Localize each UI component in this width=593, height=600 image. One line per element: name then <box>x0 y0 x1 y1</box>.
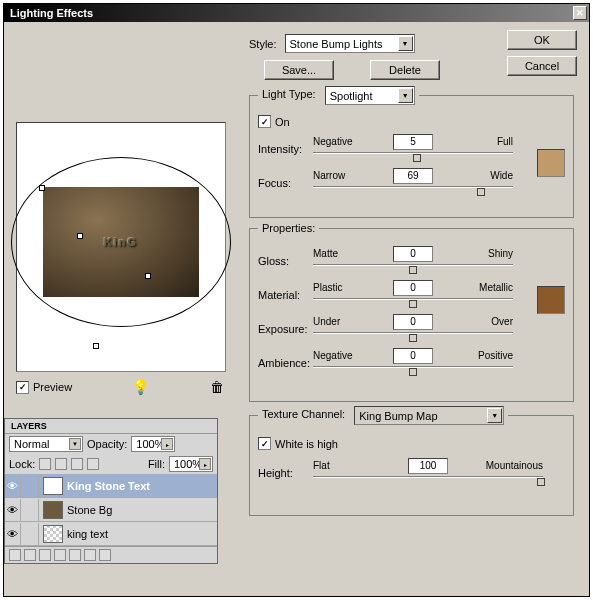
chevron-right-icon: ▸ <box>199 458 211 470</box>
delete-button[interactable]: Delete <box>370 60 440 80</box>
focus-slider[interactable]: Narrow 69 Wide <box>313 170 513 196</box>
material-value[interactable]: 0 <box>393 280 433 296</box>
link-cell[interactable] <box>23 499 39 521</box>
layer-item[interactable]: 👁Stone Bg <box>5 498 217 522</box>
light-type-label: Light Type: <box>262 88 316 100</box>
visibility-icon[interactable]: 👁 <box>5 523 21 545</box>
material-label: Material: <box>258 289 313 301</box>
preview-text: KinG <box>104 236 138 248</box>
lock-transparency-icon[interactable] <box>39 458 51 470</box>
chevron-right-icon: ▸ <box>161 438 173 450</box>
slider-thumb[interactable] <box>477 188 485 196</box>
fill-input[interactable]: 100%▸ <box>169 456 213 472</box>
intensity-right: Full <box>497 136 513 147</box>
texture-channel-group: Texture Channel: King Bump Map ▼ ✓ White… <box>249 406 574 516</box>
trash-icon[interactable]: 🗑 <box>208 378 226 396</box>
visibility-icon[interactable]: 👁 <box>5 499 21 521</box>
intensity-slider[interactable]: Negative 5 Full <box>313 136 513 162</box>
light-type-group: Light Type: Spotlight ▼ ✓ On Intensity: … <box>249 86 574 218</box>
lightbulb-icon[interactable]: 💡 <box>131 378 149 396</box>
title-bar: Lighting Effects ✕ <box>4 4 589 22</box>
delete-layer-icon[interactable] <box>99 549 111 561</box>
texture-channel-label: Texture Channel: <box>262 408 345 420</box>
texture-channel-value: King Bump Map <box>359 410 437 422</box>
exposure-label: Exposure: <box>258 323 313 335</box>
adjustment-icon[interactable] <box>54 549 66 561</box>
mask-icon[interactable] <box>39 549 51 561</box>
slider-thumb[interactable] <box>413 154 421 162</box>
properties-group: Properties: Gloss: Matte 0 Shiny Materia… <box>249 222 574 402</box>
ok-button[interactable]: OK <box>507 30 577 50</box>
light-type-value: Spotlight <box>330 90 373 102</box>
slider-thumb[interactable] <box>409 266 417 274</box>
link-cell[interactable] <box>23 523 39 545</box>
exposure-slider[interactable]: Under 0 Over <box>313 316 513 342</box>
on-checkbox[interactable]: ✓ On <box>258 115 290 128</box>
chevron-down-icon: ▼ <box>398 88 413 103</box>
preview-label: Preview <box>33 381 72 393</box>
layer-thumbnail <box>43 477 63 495</box>
group-icon[interactable] <box>69 549 81 561</box>
lock-paint-icon[interactable] <box>55 458 67 470</box>
gloss-slider[interactable]: Matte 0 Shiny <box>313 248 513 274</box>
texture-channel-select[interactable]: King Bump Map ▼ <box>354 406 504 425</box>
light-center-handle[interactable] <box>145 273 151 279</box>
light-handle[interactable] <box>77 233 83 239</box>
slider-thumb[interactable] <box>409 334 417 342</box>
intensity-value[interactable]: 5 <box>393 134 433 150</box>
height-value[interactable]: 100 <box>408 458 448 474</box>
style-select[interactable]: Stone Bump Lights ▼ <box>285 34 415 53</box>
preview-checkbox[interactable]: ✓ Preview <box>16 381 72 394</box>
style-value: Stone Bump Lights <box>290 38 383 50</box>
blend-mode-select[interactable]: Normal▼ <box>9 436 83 452</box>
light-type-select[interactable]: Spotlight ▼ <box>325 86 415 105</box>
ambience-value[interactable]: 0 <box>393 348 433 364</box>
visibility-icon[interactable]: 👁 <box>5 475 21 497</box>
layer-item[interactable]: 👁king text <box>5 522 217 546</box>
layers-panel: LAYERS Normal▼ Opacity: 100%▸ Lock: Fill… <box>4 418 218 564</box>
on-label: On <box>275 116 290 128</box>
intensity-label: Intensity: <box>258 143 313 155</box>
light-handle[interactable] <box>93 343 99 349</box>
gloss-value[interactable]: 0 <box>393 246 433 262</box>
lock-move-icon[interactable] <box>71 458 83 470</box>
style-label: Style: <box>249 38 277 50</box>
chevron-down-icon: ▼ <box>398 36 413 51</box>
intensity-left: Negative <box>313 136 352 147</box>
white-is-high-checkbox[interactable]: ✓ White is high <box>258 437 338 450</box>
checkbox-icon: ✓ <box>258 115 271 128</box>
slider-thumb[interactable] <box>409 368 417 376</box>
exposure-value[interactable]: 0 <box>393 314 433 330</box>
layer-name: King Stone Text <box>67 480 150 492</box>
fill-label: Fill: <box>148 458 165 470</box>
close-button[interactable]: ✕ <box>573 6 587 20</box>
ambience-color-swatch[interactable] <box>537 286 565 314</box>
layer-item[interactable]: 👁King Stone Text <box>5 474 217 498</box>
ambience-slider[interactable]: Negative 0 Positive <box>313 350 513 376</box>
layer-thumbnail <box>43 501 63 519</box>
material-slider[interactable]: Plastic 0 Metallic <box>313 282 513 308</box>
slider-thumb[interactable] <box>537 478 545 486</box>
link-layers-icon[interactable] <box>9 549 21 561</box>
layers-tab[interactable]: LAYERS <box>5 419 217 434</box>
light-color-swatch[interactable] <box>537 149 565 177</box>
lock-all-icon[interactable] <box>87 458 99 470</box>
checkbox-icon: ✓ <box>258 437 271 450</box>
height-label: Height: <box>258 467 313 479</box>
layer-thumbnail <box>43 525 63 543</box>
layer-name: Stone Bg <box>67 504 112 516</box>
light-handle[interactable] <box>39 185 45 191</box>
focus-left: Narrow <box>313 170 345 181</box>
height-slider[interactable]: Flat 100 Mountainous <box>313 460 543 486</box>
focus-value[interactable]: 69 <box>393 168 433 184</box>
white-is-high-label: White is high <box>275 438 338 450</box>
slider-thumb[interactable] <box>409 300 417 308</box>
preview-area[interactable]: KinG <box>16 122 226 372</box>
link-cell[interactable] <box>23 475 39 497</box>
cancel-button[interactable]: Cancel <box>507 56 577 76</box>
save-button[interactable]: Save... <box>264 60 334 80</box>
new-layer-icon[interactable] <box>84 549 96 561</box>
checkbox-icon: ✓ <box>16 381 29 394</box>
opacity-input[interactable]: 100%▸ <box>131 436 175 452</box>
fx-icon[interactable] <box>24 549 36 561</box>
